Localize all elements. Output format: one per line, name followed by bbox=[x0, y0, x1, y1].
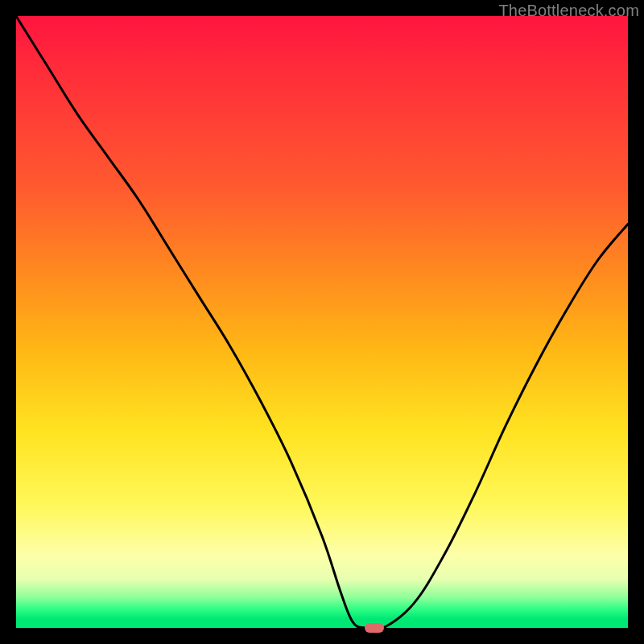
chart-frame: TheBottleneck.com bbox=[0, 0, 644, 644]
watermark-text: TheBottleneck.com bbox=[498, 2, 639, 20]
bottleneck-curve bbox=[16, 16, 628, 628]
curve-path bbox=[16, 16, 628, 628]
optimum-marker bbox=[365, 623, 384, 633]
chart-plot-area bbox=[16, 16, 628, 628]
